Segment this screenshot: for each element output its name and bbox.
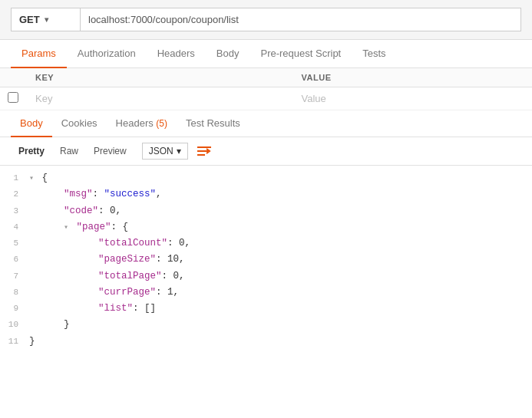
code-line-10: 10 } [0,317,532,333]
code-line-6: 6 "pageSize": 10, [0,252,532,268]
line-num-10: 10 [6,317,29,332]
col-value: VALUE [294,68,533,87]
row-checkbox[interactable] [8,92,18,103]
line-num-3: 3 [6,203,29,219]
line-num-4: 4 [6,219,29,235]
tab-prerequest[interactable]: Pre-request Script [249,40,352,68]
code-line-7: 7 "totalPage": 0, [0,268,532,285]
method-select[interactable]: GET ▾ [11,8,80,31]
tab-tests[interactable]: Tests [352,40,396,68]
line-num-5: 5 [6,235,29,251]
line-content-11: } [29,334,526,350]
line-content-1: ▾ { [29,170,526,186]
preview-button[interactable]: Preview [86,143,134,160]
response-tabs: Body Cookies Headers (5) Test Results [0,110,532,137]
line-content-2: "msg": "success", [29,186,526,202]
code-line-2: 2 "msg": "success", [0,186,532,202]
line-num-2: 2 [6,186,29,202]
rtab-headers[interactable]: Headers (5) [107,110,177,137]
line-num-6: 6 [6,252,29,267]
method-label: GET [19,14,40,25]
format-bar: Pretty Raw Preview JSON ▾ [0,137,532,166]
wrap-icon[interactable] [196,144,213,158]
key-cell[interactable]: Key [28,87,294,110]
line-content-10: } [29,317,526,333]
line-content-8: "currPage": 1, [29,285,526,301]
line-content-3: "code": 0, [29,203,526,219]
url-bar: GET ▾ [0,0,532,40]
code-line-3: 3 "code": 0, [0,203,532,219]
line-content-5: "totalCount": 0, [29,235,526,252]
params-table: KEY VALUE Key Value [0,68,532,110]
method-chevron: ▾ [45,15,48,24]
toggle-4[interactable]: ▾ [64,223,68,232]
value-cell[interactable]: Value [294,87,533,110]
line-num-1: 1 [6,170,29,186]
code-line-1: 1 ▾ { [0,170,532,186]
tab-headers[interactable]: Headers [147,40,206,68]
headers-badge: (5) [156,118,167,129]
line-num-11: 11 [6,334,29,349]
rtab-body[interactable]: Body [11,110,52,137]
code-line-11: 11 } [0,334,532,350]
code-line-8: 8 "currPage": 1, [0,285,532,301]
rtab-test-results[interactable]: Test Results [177,110,249,137]
line-content-4: ▾ "page": { [29,219,526,235]
rtab-cookies[interactable]: Cookies [52,110,107,137]
code-view: 1 ▾ { 2 "msg": "success", 3 "code": 0, 4… [0,166,532,354]
line-content-7: "totalPage": 0, [29,268,526,285]
code-line-5: 5 "totalCount": 0, [0,235,532,252]
json-label: JSON [149,146,173,156]
pretty-button[interactable]: Pretty [11,143,52,160]
tab-params[interactable]: Params [11,40,67,68]
code-line-4: 4 ▾ "page": { [0,219,532,235]
toggle-1[interactable]: ▾ [29,174,34,183]
raw-button[interactable]: Raw [52,143,86,160]
tab-body[interactable]: Body [206,40,250,68]
line-content-9: "list": [] [29,301,526,317]
params-row: Key Value [0,87,532,110]
json-chevron: ▾ [177,146,181,156]
line-content-6: "pageSize": 10, [29,252,526,268]
url-input[interactable] [80,8,521,31]
tab-authorization[interactable]: Authorization [67,40,147,68]
col-checkbox [0,68,28,87]
col-key: KEY [28,68,294,87]
line-num-7: 7 [6,268,29,284]
code-line-9: 9 "list": [] [0,301,532,317]
json-dropdown[interactable]: JSON ▾ [142,143,188,160]
line-num-8: 8 [6,285,29,300]
request-tabs: Params Authorization Headers Body Pre-re… [0,40,532,68]
line-num-9: 9 [6,301,29,316]
